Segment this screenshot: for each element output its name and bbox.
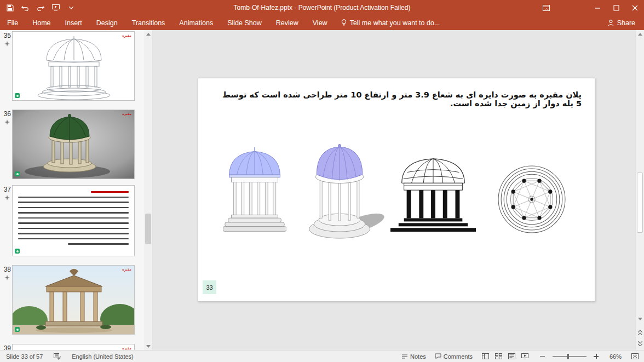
proofing-icon[interactable] <box>52 353 62 360</box>
comments-button[interactable]: Comments <box>433 353 474 360</box>
main-scrollbar[interactable] <box>635 30 644 350</box>
slide-thumbnail-panel: 35 مقبره <box>0 30 145 350</box>
slide-number-label: 36 <box>2 110 11 118</box>
comments-icon <box>435 353 441 359</box>
animation-star-icon <box>4 275 10 280</box>
pavilion-render-front[interactable] <box>223 146 286 233</box>
pavilion-render-perspective[interactable] <box>308 142 384 243</box>
scroll-down-icon[interactable] <box>636 315 644 323</box>
slide-thumbnail-37[interactable] <box>12 185 135 256</box>
thumbnail-title-text: مقبره <box>122 267 131 272</box>
window-controls <box>537 0 644 15</box>
start-from-beginning-icon[interactable] <box>51 3 60 12</box>
pavilion-line-drawing <box>13 32 135 101</box>
slide-number-label: 37 <box>2 186 11 193</box>
title-bar: Tomb-Of-Hafez.pptx - PowerPoint (Product… <box>0 0 644 15</box>
previous-slide-icon[interactable] <box>636 329 644 337</box>
tomb-photo <box>13 266 135 335</box>
save-icon[interactable] <box>5 3 14 12</box>
window-title: Tomb-Of-Hafez.pptx - PowerPoint (Product… <box>234 4 411 12</box>
lightbulb-icon <box>341 19 347 26</box>
undo-icon[interactable] <box>21 3 30 12</box>
slide-number-label: 38 <box>2 266 11 273</box>
language-status[interactable]: English (United States) <box>70 353 135 360</box>
body-text-lines <box>18 191 129 248</box>
slide-caption-textbox[interactable]: پلان مقبره به صورت دایره ای به شعاع 3.9 … <box>215 90 582 108</box>
scroll-up-icon[interactable] <box>144 30 152 38</box>
zoom-in-icon[interactable] <box>590 352 602 361</box>
share-button[interactable]: Share <box>599 15 644 30</box>
thumbnail-row-36: 36 <box>0 110 144 182</box>
animation-indicator-icon <box>15 327 20 332</box>
next-slide-icon[interactable] <box>636 340 644 348</box>
slide-thumbnail-36[interactable]: مقبره <box>12 110 135 179</box>
slide-editing-area[interactable]: پلان مقبره به صورت دایره ای به شعاع 3.9 … <box>153 30 636 350</box>
tab-insert[interactable]: Insert <box>58 15 89 30</box>
slide-show-view-icon[interactable] <box>519 352 531 361</box>
ribbon-display-options-icon[interactable] <box>537 0 555 15</box>
view-shortcuts <box>480 352 531 361</box>
comments-label: Comments <box>444 353 473 360</box>
tab-design[interactable]: Design <box>89 15 125 30</box>
notes-icon <box>401 354 408 359</box>
close-icon[interactable] <box>625 0 644 15</box>
scroll-down-icon[interactable] <box>144 342 152 350</box>
scrollbar-thumb[interactable] <box>145 214 151 244</box>
zoom-level[interactable]: 66% <box>608 353 623 360</box>
animation-star-icon <box>4 195 10 200</box>
tab-review[interactable]: Review <box>269 15 306 30</box>
animation-indicator-icon <box>15 249 20 254</box>
powerpoint-window: Tomb-Of-Hafez.pptx - PowerPoint (Product… <box>0 0 644 362</box>
redo-icon[interactable] <box>36 3 45 12</box>
animation-star-icon <box>4 41 10 47</box>
tell-me-box[interactable]: Tell me what you want to do... <box>335 15 447 30</box>
tab-view[interactable]: View <box>306 15 335 30</box>
slide-number-label: 35 <box>2 32 11 39</box>
person-icon <box>608 20 614 26</box>
notes-label: Notes <box>410 353 426 360</box>
notes-button[interactable]: Notes <box>400 353 428 360</box>
animation-star-icon <box>4 119 10 125</box>
pavilion-plan-drawing[interactable] <box>497 165 566 234</box>
minimize-icon[interactable] <box>588 0 607 15</box>
slide-canvas[interactable]: پلان مقبره به صورت دایره ای به شعاع 3.9 … <box>198 78 595 302</box>
thumbnail-row-38: 38 <box>0 265 144 337</box>
normal-view-icon[interactable] <box>480 352 492 361</box>
tab-slide-show[interactable]: Slide Show <box>220 15 269 30</box>
customize-quick-access-icon[interactable] <box>67 3 76 12</box>
zoom-slider[interactable] <box>553 356 586 357</box>
fit-slide-to-window-icon[interactable] <box>629 352 641 361</box>
tab-animations[interactable]: Animations <box>172 15 220 30</box>
tab-file[interactable]: File <box>0 15 25 30</box>
pavilion-elevation-drawing[interactable] <box>390 154 476 237</box>
quick-access-toolbar <box>0 3 76 12</box>
reading-view-icon[interactable] <box>506 352 518 361</box>
thumbnail-row-37: 37 <box>0 185 144 260</box>
scroll-up-icon[interactable] <box>636 30 644 38</box>
slide-counter[interactable]: Slide 33 of 57 <box>4 353 44 360</box>
animation-indicator-icon <box>15 171 20 176</box>
thumbnail-scrollbar[interactable] <box>144 30 152 350</box>
slide-thumbnail-38[interactable]: مقبره <box>12 265 135 335</box>
tell-me-label: Tell me what you want to do... <box>350 19 440 27</box>
slide-sorter-view-icon[interactable] <box>493 352 505 361</box>
zoom-slider-handle[interactable] <box>567 354 569 359</box>
thumbnail-row-35: 35 مقبره <box>0 31 144 104</box>
scrollbar-thumb[interactable] <box>637 173 643 233</box>
ribbon-tab-bar: File Home Insert Design Transitions Anim… <box>0 15 644 30</box>
thumbnail-title-text: مقبره <box>122 33 131 38</box>
animation-indicator-icon <box>15 93 20 98</box>
share-label: Share <box>617 19 635 27</box>
thumbnail-title-text: مقبره <box>122 112 131 116</box>
slide-page-number[interactable]: 33 <box>203 280 216 294</box>
zoom-controls <box>537 352 602 361</box>
status-bar: Slide 33 of 57 English (United States) N… <box>0 350 644 362</box>
pavilion-3d-render <box>13 110 135 179</box>
tab-home[interactable]: Home <box>25 15 58 30</box>
zoom-out-icon[interactable] <box>537 352 549 361</box>
tab-transitions[interactable]: Transitions <box>125 15 173 30</box>
maximize-icon[interactable] <box>607 0 625 15</box>
slide-thumbnail-35[interactable]: مقبره <box>12 31 135 101</box>
